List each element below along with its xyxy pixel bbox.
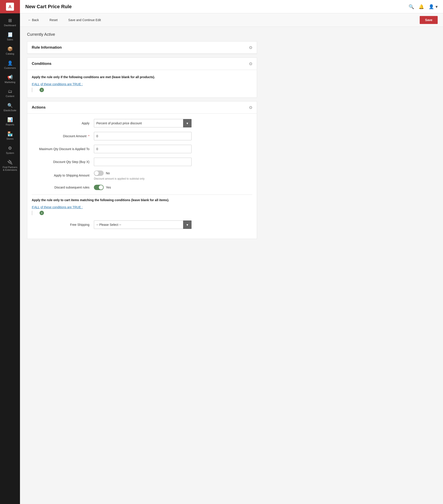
logo-icon: A	[6, 3, 14, 11]
sidebar-item-customers[interactable]: 👤 Customers	[0, 58, 20, 72]
customers-icon: 👤	[7, 60, 13, 66]
discount-qty-step-row: Discount Qty Step (Buy X)	[32, 158, 252, 166]
toolbar: ← Back Reset Save and Continue Edit Save	[20, 13, 443, 27]
free-shipping-row: Free Shipping -- Please Select -- Yes No…	[32, 220, 252, 229]
actions-body: Apply Percent of product price discount …	[27, 114, 257, 239]
sidebar-item-elasticsuite[interactable]: 🔍 ElasticSuite	[0, 100, 20, 114]
page-content: Currently Active Rule Information ⊙ Cond…	[20, 27, 264, 248]
free-shipping-select[interactable]: -- Please Select -- Yes No	[94, 220, 192, 229]
sidebar-item-label: Catalog	[6, 53, 14, 55]
discount-qty-step-input[interactable]	[94, 158, 192, 166]
apply-shipping-toggle-knob	[94, 171, 99, 175]
catalog-icon: 📦	[7, 46, 13, 52]
reset-button[interactable]: Reset	[47, 17, 60, 23]
all-link[interactable]: ALL	[34, 82, 39, 86]
sidebar-item-dashboard[interactable]: ⊞ Dashboard	[0, 15, 20, 29]
discount-qty-step-label: Discount Qty Step (Buy X)	[32, 160, 94, 164]
sidebar-item-label: Sales	[7, 38, 13, 41]
sidebar-item-marketing[interactable]: 📢 Marketing	[0, 72, 20, 86]
max-qty-label: Maximum Qty Discount is Applied To	[32, 147, 94, 151]
marketing-icon: 📢	[7, 75, 13, 80]
conditions-apply-text: Apply the rule only if the following con…	[32, 75, 252, 79]
back-button[interactable]: ← Back	[25, 17, 41, 23]
apply-shipping-toggle-label: No	[106, 171, 110, 175]
cart-items-text: Apply the rule only to cart items matchi…	[32, 198, 252, 202]
add-condition-button2[interactable]: +	[39, 211, 44, 215]
conditions-rule-text: If ALL of these conditions are TRUE :	[32, 82, 252, 86]
sidebar-item-label: Find Partners & Extensions	[2, 166, 18, 171]
discard-rules-toggle[interactable]	[94, 185, 104, 190]
sidebar-item-label: Content	[6, 95, 15, 97]
currently-active-label: Currently Active	[27, 32, 257, 37]
apply-shipping-toggle-wrap: No Discount amount is applied to subtota…	[94, 171, 144, 180]
section-divider	[32, 195, 252, 195]
sidebar-item-content[interactable]: 🗂 Content	[0, 86, 20, 100]
discount-amount-required: *	[88, 134, 89, 138]
sidebar-logo[interactable]: A	[0, 0, 20, 13]
main-content: New Cart Price Rule 🔍 🔔 👤 ▾ ← Back Reset…	[20, 0, 443, 504]
sidebar-item-label: ElasticSuite	[3, 109, 16, 112]
max-qty-row: Maximum Qty Discount is Applied To 0	[32, 145, 252, 153]
reports-icon: 📊	[7, 117, 13, 122]
discard-rules-toggle-label: Yes	[106, 186, 111, 189]
max-qty-input[interactable]: 0	[94, 145, 192, 153]
apply-shipping-label: Apply to Shipping Amount	[32, 174, 94, 177]
rule-information-toggle-icon: ⊙	[249, 45, 252, 50]
condition-indent: +	[32, 88, 252, 92]
sidebar-item-system[interactable]: ⚙ System	[0, 143, 20, 157]
save-continue-button[interactable]: Save and Continue Edit	[66, 17, 104, 23]
discard-rules-toggle-row: Yes	[94, 185, 111, 190]
apply-select[interactable]: Percent of product price discount Fixed …	[94, 119, 192, 127]
apply-shipping-row: Apply to Shipping Amount No Discount amo…	[32, 171, 252, 180]
page-title: New Cart Price Rule	[25, 4, 72, 10]
sidebar-item-catalog[interactable]: 📦 Catalog	[0, 43, 20, 58]
rule-information-header[interactable]: Rule Information ⊙	[27, 41, 257, 54]
apply-shipping-toggle-row: No	[94, 171, 110, 176]
conditions-true-text: of these conditions are TRUE :	[40, 82, 83, 86]
apply-label: Apply	[32, 122, 94, 125]
sidebar: A ⊞ Dashboard 🧾 Sales 📦 Catalog 👤 Custom…	[0, 0, 20, 504]
bell-icon[interactable]: 🔔	[419, 4, 424, 9]
search-icon[interactable]: 🔍	[408, 4, 414, 9]
sidebar-item-label: Reports	[6, 123, 15, 126]
conditions-toggle-icon: ⊙	[249, 61, 252, 66]
if-label: If	[32, 82, 34, 86]
sidebar-item-stores[interactable]: 🏪 Stores	[0, 128, 20, 143]
sidebar-item-label: Customers	[4, 67, 16, 69]
header-actions: 🔍 🔔 👤 ▾	[408, 4, 438, 9]
all-link2[interactable]: ALL	[34, 205, 39, 209]
stores-icon: 🏪	[7, 131, 13, 137]
sidebar-item-label: System	[6, 152, 14, 154]
discount-amount-row: Discount Amount * 0	[32, 132, 252, 140]
discard-rules-label: Discard subsequent rules	[32, 186, 94, 189]
sidebar-item-extensions[interactable]: 🔌 Find Partners & Extensions	[0, 157, 20, 174]
sidebar-item-label: Stores	[6, 137, 14, 140]
free-shipping-select-wrap: -- Please Select -- Yes No ▾	[94, 220, 192, 229]
actions-header[interactable]: Actions ⊙	[27, 102, 257, 114]
add-condition-button[interactable]: +	[39, 88, 44, 92]
top-header: New Cart Price Rule 🔍 🔔 👤 ▾	[20, 0, 443, 13]
discount-amount-label: Discount Amount *	[32, 134, 94, 138]
content-icon: 🗂	[8, 89, 12, 94]
conditions-header[interactable]: Conditions ⊙	[27, 58, 257, 70]
apply-row: Apply Percent of product price discount …	[32, 119, 252, 127]
conditions-body: Apply the rule only if the following con…	[27, 70, 257, 97]
conditions-section: Conditions ⊙ Apply the rule only if the …	[27, 57, 257, 98]
discount-amount-input[interactable]: 0	[94, 132, 192, 140]
save-button[interactable]: Save	[420, 16, 438, 24]
sidebar-item-reports[interactable]: 📊 Reports	[0, 114, 20, 128]
sidebar-item-sales[interactable]: 🧾 Sales	[0, 29, 20, 43]
actions-section: Actions ⊙ Apply Percent of product price…	[27, 101, 257, 239]
user-icon[interactable]: 👤 ▾	[428, 4, 438, 9]
dashboard-icon: ⊞	[8, 18, 12, 23]
sidebar-item-label: Marketing	[5, 81, 15, 84]
if-label2: If	[32, 205, 34, 209]
rule-information-section: Rule Information ⊙	[27, 41, 257, 54]
apply-shipping-hint: Discount amount is applied to subtotal o…	[94, 177, 144, 180]
apply-shipping-toggle[interactable]	[94, 171, 104, 176]
free-shipping-label: Free Shipping	[32, 223, 94, 226]
discard-rules-toggle-knob	[99, 185, 103, 190]
cart-conditions-rule: If ALL of these conditions are TRUE :	[32, 205, 252, 209]
apply-select-wrap: Percent of product price discount Fixed …	[94, 119, 192, 127]
system-icon: ⚙	[8, 145, 12, 151]
